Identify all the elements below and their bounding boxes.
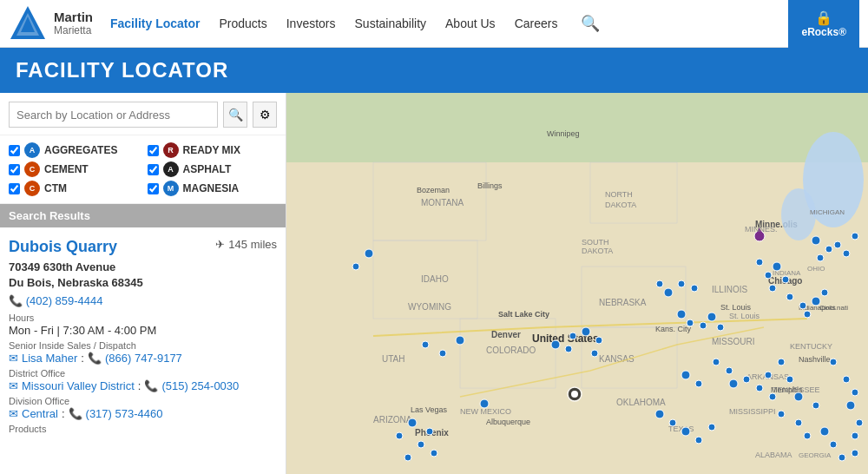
svg-text:NEW MEXICO: NEW MEXICO <box>460 407 511 416</box>
svg-point-73 <box>821 289 828 296</box>
svg-text:DAKOTA: DAKOTA <box>582 247 613 255</box>
svg-point-124 <box>431 450 437 457</box>
svg-text:IDAHO: IDAHO <box>421 274 449 284</box>
logo-area[interactable]: Martin Marietta <box>9 4 93 43</box>
svg-point-62 <box>834 241 841 248</box>
svg-point-108 <box>708 424 715 431</box>
svg-point-114 <box>591 350 598 357</box>
filter-ready-mix[interactable]: R READY MIX <box>148 142 278 158</box>
asphalt-icon: A <box>163 161 179 177</box>
filter-aggregates[interactable]: A AGGREGATES <box>9 142 139 158</box>
nav-about-us[interactable]: About Us <box>445 16 496 30</box>
map-area[interactable]: MONTANA NORTH DAKOTA SOUTH DAKOTA IDAHO … <box>286 93 868 474</box>
svg-text:ALABAMA: ALABAMA <box>755 451 792 459</box>
svg-point-113 <box>595 337 602 344</box>
nav-facility-locator[interactable]: Facility Locator <box>110 16 200 30</box>
filter-magnesia[interactable]: M MAGNESIA <box>148 181 278 196</box>
settings-button[interactable]: ⚙ <box>253 102 277 128</box>
svg-point-99 <box>695 380 702 387</box>
svg-point-127 <box>843 376 850 383</box>
logo-text: Martin Marietta <box>54 10 93 36</box>
svg-point-63 <box>852 233 858 240</box>
nav-sustainability[interactable]: Sustainability <box>355 16 427 30</box>
svg-point-91 <box>778 411 785 418</box>
svg-point-74 <box>804 311 811 318</box>
search-button[interactable]: 🔍 <box>223 102 247 128</box>
svg-point-68 <box>769 285 776 292</box>
svg-text:COLORADO: COLORADO <box>486 346 536 355</box>
svg-point-72 <box>812 297 820 306</box>
svg-point-117 <box>422 341 429 348</box>
svg-point-65 <box>773 262 781 271</box>
result-name[interactable]: Dubois Quarry <box>9 238 117 256</box>
svg-point-70 <box>786 293 793 300</box>
filter-aggregates-checkbox[interactable] <box>9 145 20 156</box>
svg-text:Nashville: Nashville <box>799 355 831 364</box>
svg-point-120 <box>408 418 417 427</box>
search-input[interactable] <box>9 102 218 128</box>
svg-point-126 <box>830 359 837 365</box>
filter-asphalt-checkbox[interactable] <box>148 164 159 175</box>
svg-point-90 <box>812 402 819 409</box>
search-icon[interactable]: 🔍 <box>581 14 600 33</box>
svg-point-88 <box>769 393 776 400</box>
page-title: FACILITY LOCATOR <box>16 58 228 82</box>
filter-cement[interactable]: C CEMENT <box>9 161 139 177</box>
svg-point-110 <box>569 332 576 339</box>
svg-point-131 <box>852 432 858 439</box>
svg-point-59 <box>812 236 820 245</box>
svg-point-69 <box>756 259 763 266</box>
senior-phone-icon: 📞 <box>88 352 102 365</box>
filter-ready-mix-checkbox[interactable] <box>148 145 159 156</box>
filter-ctm[interactable]: C CTM <box>9 181 139 196</box>
svg-point-66 <box>765 272 772 279</box>
district-contact-link[interactable]: ✉ Missouri Valley District : 📞 (515) 254… <box>9 379 277 392</box>
logo-icon <box>9 4 47 43</box>
result-title-row: Dubois Quarry ✈ 145 miles <box>9 238 277 256</box>
svg-text:NEBRASKA: NEBRASKA <box>599 298 647 307</box>
svg-point-61 <box>817 254 824 261</box>
svg-text:ARIZONA: ARIZONA <box>373 415 412 425</box>
magnesia-icon: M <box>163 181 179 196</box>
svg-point-97 <box>852 450 858 457</box>
svg-point-119 <box>352 263 359 270</box>
svg-text:NORTH: NORTH <box>605 190 633 199</box>
svg-point-123 <box>418 441 424 448</box>
filter-asphalt[interactable]: A ASPHALT <box>148 161 278 177</box>
svg-point-82 <box>691 285 698 292</box>
svg-point-130 <box>856 419 863 426</box>
main-nav: Facility Locator Products Investors Sust… <box>110 14 779 33</box>
svg-text:MICHIGAN: MICHIGAN <box>810 208 845 216</box>
nav-investors[interactable]: Investors <box>286 16 336 30</box>
svg-text:KENTUCKY: KENTUCKY <box>790 342 832 351</box>
result-hours: Hours Mon - Fri | 7:30 AM - 4:00 PM <box>9 313 277 337</box>
filter-ctm-checkbox[interactable] <box>9 183 20 194</box>
svg-text:WYOMING: WYOMING <box>408 302 451 312</box>
nav-careers[interactable]: Careers <box>515 16 558 30</box>
svg-point-121 <box>426 428 433 435</box>
svg-point-94 <box>820 427 829 436</box>
svg-point-105 <box>669 419 676 426</box>
svg-point-122 <box>396 432 403 439</box>
filter-cement-checkbox[interactable] <box>9 164 20 175</box>
svg-text:OHIO: OHIO <box>807 265 825 273</box>
filter-magnesia-checkbox[interactable] <box>148 183 159 194</box>
svg-text:MINNES.: MINNES. <box>745 225 778 234</box>
result-phone[interactable]: 📞 (402) 859-4444 <box>9 294 277 307</box>
svg-point-93 <box>804 432 811 439</box>
svg-text:Billings: Billings <box>477 181 503 190</box>
svg-point-136 <box>571 391 578 398</box>
svg-text:OKLAHOMA: OKLAHOMA <box>616 398 666 407</box>
division-phone-icon: 📞 <box>69 407 82 420</box>
erocks-button[interactable]: 🔒 eRocks® <box>788 0 859 48</box>
nav-products[interactable]: Products <box>219 16 266 30</box>
result-distance: ✈ 145 miles <box>215 238 277 251</box>
svg-text:MISSISSIPPI: MISSISSIPPI <box>729 407 776 416</box>
svg-text:Salt Lake City: Salt Lake City <box>498 310 549 319</box>
svg-point-107 <box>695 437 702 444</box>
svg-point-111 <box>582 327 590 336</box>
division-contact-link[interactable]: ✉ Central : 📞 (317) 573-4460 <box>9 407 277 420</box>
district-phone-icon: 📞 <box>144 379 158 392</box>
senior-contact-link[interactable]: ✉ Lisa Maher : 📞 (866) 747-9177 <box>9 352 277 365</box>
svg-point-60 <box>825 246 832 253</box>
